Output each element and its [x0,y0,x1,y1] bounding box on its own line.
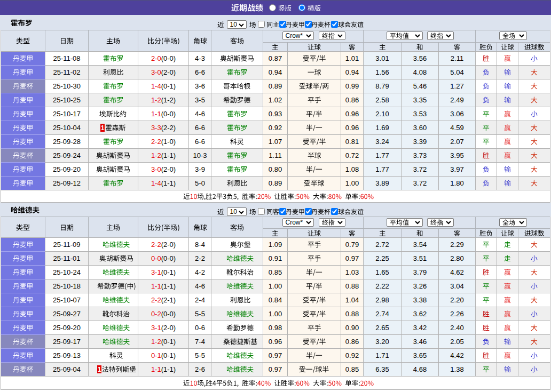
svg-text:1: 1 [97,366,101,373]
svg-text:1: 1 [101,124,105,132]
